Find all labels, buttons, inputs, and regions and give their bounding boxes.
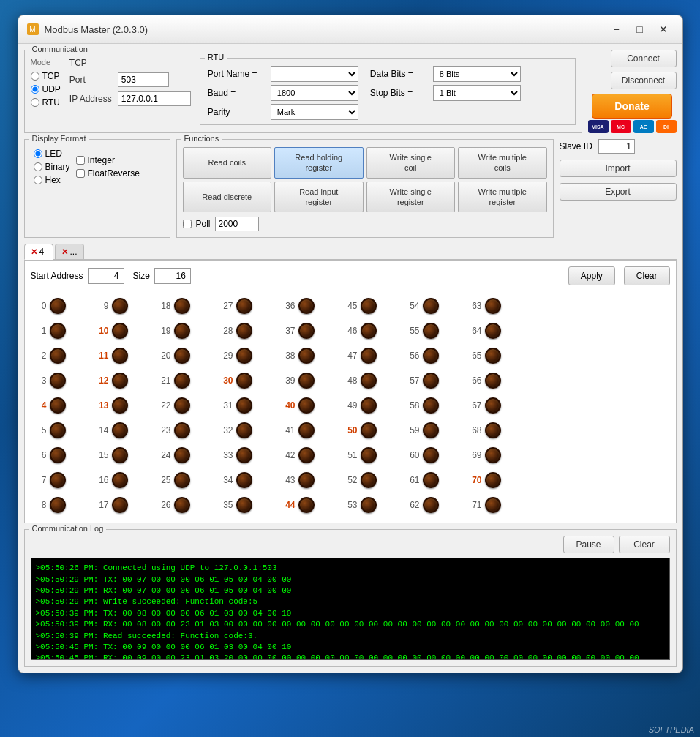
clear-log-button[interactable]: Clear (619, 536, 670, 553)
tab-close-icon[interactable]: ✕ (31, 247, 37, 257)
led-indicator[interactable] (112, 422, 128, 438)
led-indicator[interactable] (174, 373, 190, 389)
log-area[interactable]: >05:50:26 PM: Connected using UDP to 127… (31, 558, 670, 660)
led-indicator[interactable] (423, 497, 439, 513)
led-indicator[interactable] (112, 472, 128, 488)
led-indicator[interactable] (361, 373, 377, 389)
led-indicator[interactable] (361, 323, 377, 339)
led-indicator[interactable] (361, 447, 377, 463)
led-indicator[interactable] (298, 422, 315, 438)
portname-select[interactable] (271, 66, 358, 82)
led-indicator[interactable] (236, 447, 252, 463)
led-indicator[interactable] (423, 472, 439, 488)
led-indicator[interactable] (298, 373, 315, 389)
led-indicator[interactable] (174, 397, 190, 414)
baud-select[interactable]: 1800 (271, 85, 358, 101)
led-indicator[interactable] (50, 348, 66, 364)
connect-button[interactable]: Connect (611, 50, 677, 67)
hex-input[interactable] (34, 176, 42, 184)
float-reverse-check[interactable]: FloatReverse (76, 168, 140, 179)
poll-input[interactable] (215, 217, 259, 231)
led-indicator[interactable] (361, 348, 377, 364)
minimize-button[interactable]: − (606, 21, 627, 37)
integer-input[interactable] (76, 156, 85, 165)
led-indicator[interactable] (236, 397, 252, 414)
led-indicator[interactable] (298, 397, 315, 414)
binary-input[interactable] (34, 162, 42, 171)
export-button[interactable]: Export (560, 183, 677, 201)
mode-tcp-radio[interactable]: TCP (31, 71, 61, 81)
slave-id-input[interactable] (598, 139, 635, 154)
float-reverse-input[interactable] (76, 169, 85, 178)
ip-input[interactable] (118, 91, 191, 106)
led-indicator[interactable] (112, 397, 128, 414)
led-indicator[interactable] (423, 298, 439, 314)
led-indicator[interactable] (361, 497, 377, 513)
led-indicator[interactable] (423, 397, 439, 414)
pause-button[interactable]: Pause (563, 536, 614, 553)
led-indicator[interactable] (423, 348, 439, 364)
led-indicator[interactable] (298, 497, 315, 513)
led-indicator[interactable] (236, 348, 252, 364)
led-indicator[interactable] (50, 422, 66, 438)
led-indicator[interactable] (236, 373, 252, 389)
import-button[interactable]: Import (560, 160, 677, 177)
mode-udp-radio[interactable]: UDP (31, 84, 61, 94)
led-indicator[interactable] (423, 373, 439, 389)
clear-button[interactable]: Clear (624, 266, 670, 285)
led-indicator[interactable] (485, 422, 501, 438)
write-single-register-button[interactable]: Write singleregister (366, 182, 456, 213)
led-indicator[interactable] (236, 323, 252, 339)
write-single-coil-button[interactable]: Write singlecoil (366, 147, 456, 179)
led-indicator[interactable] (236, 472, 252, 488)
led-indicator[interactable] (112, 323, 128, 339)
write-multiple-register-button[interactable]: Write multipleregister (458, 182, 547, 213)
databits-select[interactable]: 8 Bits (433, 66, 521, 82)
size-input[interactable] (154, 268, 191, 284)
port-input[interactable] (118, 72, 169, 87)
led-indicator[interactable] (50, 298, 66, 314)
led-indicator[interactable] (174, 447, 190, 463)
led-indicator[interactable] (174, 472, 190, 488)
led-indicator[interactable] (236, 422, 252, 438)
led-indicator[interactable] (50, 497, 66, 513)
led-indicator[interactable] (485, 397, 501, 414)
led-indicator[interactable] (50, 447, 66, 463)
close-button[interactable]: ✕ (653, 21, 674, 37)
mode-udp-input[interactable] (31, 85, 39, 94)
led-indicator[interactable] (485, 373, 501, 389)
tab-4[interactable]: ✕ 4 (24, 244, 53, 260)
led-indicator[interactable] (298, 447, 315, 463)
led-indicator[interactable] (361, 298, 377, 314)
tab-more[interactable]: ✕ ... (55, 244, 84, 259)
led-indicator[interactable] (174, 348, 190, 364)
mode-tcp-input[interactable] (31, 72, 39, 81)
led-indicator[interactable] (174, 497, 190, 513)
led-indicator[interactable] (50, 472, 66, 488)
parity-select[interactable]: Mark (271, 104, 358, 120)
hex-radio[interactable]: Hex (34, 175, 70, 185)
stopbits-select[interactable]: 1 Bit (433, 85, 521, 101)
poll-checkbox[interactable] (183, 220, 192, 228)
led-indicator[interactable] (423, 422, 439, 438)
led-indicator[interactable] (236, 298, 252, 314)
led-indicator[interactable] (361, 422, 377, 438)
led-indicator[interactable] (423, 323, 439, 339)
led-indicator[interactable] (174, 323, 190, 339)
led-indicator[interactable] (485, 447, 501, 463)
led-indicator[interactable] (174, 422, 190, 438)
binary-radio[interactable]: Binary (34, 162, 70, 172)
led-indicator[interactable] (485, 323, 501, 339)
tab-more-close-icon[interactable]: ✕ (61, 247, 68, 257)
led-indicator[interactable] (485, 298, 501, 314)
led-indicator[interactable] (485, 497, 501, 513)
led-input[interactable] (34, 149, 42, 158)
donate-button[interactable]: Donate (592, 94, 672, 119)
led-indicator[interactable] (361, 472, 377, 488)
led-indicator[interactable] (361, 397, 377, 414)
led-indicator[interactable] (50, 373, 66, 389)
led-indicator[interactable] (298, 298, 315, 314)
led-indicator[interactable] (112, 447, 128, 463)
read-discrete-button[interactable]: Read discrete (183, 182, 272, 213)
led-radio[interactable]: LED (34, 149, 70, 159)
